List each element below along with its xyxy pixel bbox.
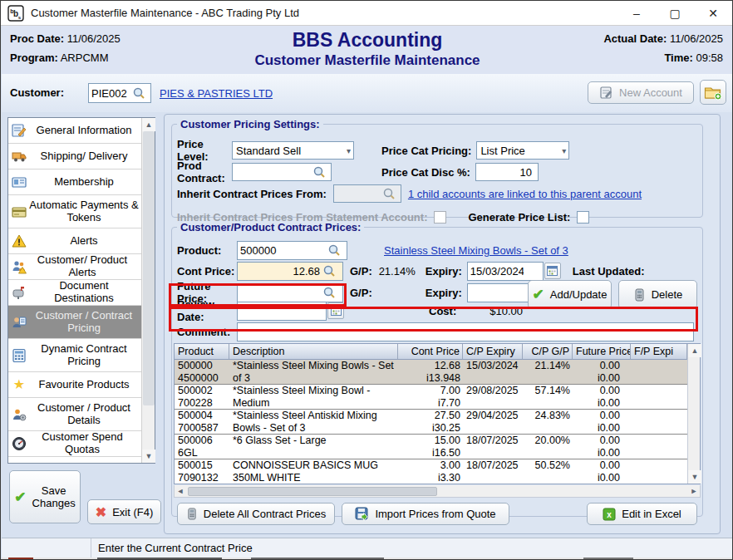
status-bar: Enter the Current Contract Price xyxy=(2,538,733,558)
scrollbar-thumb[interactable] xyxy=(143,131,155,405)
product-input[interactable] xyxy=(238,242,327,258)
col-cont-price[interactable]: Cont Price xyxy=(398,344,463,359)
exit-label: Exit (F4) xyxy=(112,506,153,518)
price-level-select[interactable]: Standard Sell ▾ xyxy=(232,141,354,160)
price-cat-disc-input[interactable] xyxy=(476,164,534,180)
person-details-icon xyxy=(12,407,27,422)
col-product[interactable]: Product xyxy=(175,344,229,359)
review-date-calendar-icon[interactable] xyxy=(327,302,344,319)
child-accounts-link[interactable]: 1 child accounts are linked to this pare… xyxy=(408,188,642,200)
sidebar-item-alerts[interactable]: Alerts xyxy=(8,228,141,254)
col-fp-expiry[interactable]: F/P Expi xyxy=(631,344,687,359)
inherit-from-search-icon[interactable] xyxy=(382,187,396,200)
sidebar-navigation: General Information Shipping/ Delivery M… xyxy=(7,117,155,464)
cost-value: $10.00 xyxy=(489,305,523,317)
sidebar-item-customer-product-alerts[interactable]: Customer/ Product Alerts xyxy=(8,254,141,280)
membership-card-icon xyxy=(12,174,27,189)
gp-label: G/P: xyxy=(350,265,372,278)
folder-add-icon xyxy=(704,84,722,101)
sidebar-item-customer-contract-pricing[interactable]: Customer / Contract Pricing xyxy=(8,306,141,339)
sidebar-item-label: Alerts xyxy=(70,235,97,248)
future-expiry-input[interactable] xyxy=(468,284,526,301)
scroll-up-arrow[interactable]: ▲ xyxy=(688,344,701,357)
prod-contract-label: Prod Contract: xyxy=(177,160,232,184)
future-expiry-label: Expiry: xyxy=(426,287,462,299)
exit-button[interactable]: ✖ Exit (F4) xyxy=(87,499,161,524)
review-date-input[interactable] xyxy=(238,302,324,319)
col-future-price[interactable]: Future Price xyxy=(573,344,631,359)
table-row[interactable]: 5000047000587 *Stainless Steel Antiskid … xyxy=(175,410,687,435)
prod-contract-search-icon[interactable] xyxy=(312,165,326,179)
col-cp-expiry[interactable]: C/P Expiry xyxy=(463,344,523,359)
app-logo-icon: b b s xyxy=(7,5,24,22)
table-row[interactable]: 5000157090132 CONNOISSEUR BASICS MUG350M… xyxy=(175,459,687,484)
scrollbar-thumb[interactable] xyxy=(188,487,437,496)
scroll-right-arrow[interactable]: ► xyxy=(688,487,700,495)
prod-contract-input[interactable] xyxy=(233,164,312,180)
sidebar-item-label: Favourite Products xyxy=(38,379,129,391)
sidebar-item-favourite-products[interactable]: ★ Favourite Products xyxy=(8,372,141,398)
delete-all-contract-prices-button[interactable]: Delete All Contract Prices xyxy=(177,503,335,525)
import-prices-from-quote-button[interactable]: Import Prices from Quote xyxy=(342,503,509,525)
sidebar-item-shipping-delivery[interactable]: Shipping/ Delivery xyxy=(8,144,141,169)
add-update-button[interactable]: ✔ Add/Update xyxy=(528,280,612,309)
edit-in-excel-button[interactable]: x Edit in Excel xyxy=(587,503,697,525)
main-content-panel: Customer Pricing Settings: Price Level: … xyxy=(164,114,721,534)
new-account-label: New Account xyxy=(619,86,682,99)
cont-price-search-icon[interactable] xyxy=(322,264,336,278)
sidebar-item-customer-product-details[interactable]: Customer / Product Details xyxy=(8,398,141,431)
save-changes-button[interactable]: ✔ SaveChanges xyxy=(9,470,81,523)
sidebar-item-general-information[interactable]: General Information xyxy=(8,118,141,144)
col-description[interactable]: Description xyxy=(229,344,398,359)
sidebar-scrollbar[interactable]: ▲ ▼ xyxy=(141,118,155,463)
add-update-label: Add/Update xyxy=(550,288,608,301)
future-price-input[interactable] xyxy=(238,284,322,301)
expiry-label: Expiry: xyxy=(426,265,462,278)
sidebar-item-membership[interactable]: Membership xyxy=(8,169,141,195)
import-quote-label: Import Prices from Quote xyxy=(375,508,495,520)
product-description-link[interactable]: Stainless Steel Mixing Bowls - Set of 3 xyxy=(384,244,568,257)
customer-code-input[interactable] xyxy=(89,85,132,101)
table-vertical-scrollbar[interactable]: ▲ ▼ xyxy=(687,344,700,484)
inherit-from-input[interactable] xyxy=(334,185,382,202)
scroll-left-arrow[interactable]: ◄ xyxy=(175,487,186,495)
open-folder-button[interactable] xyxy=(700,80,726,105)
table-row[interactable]: 5000066GL *6 Glass Set - Large 15.00i16.… xyxy=(175,435,687,459)
scroll-down-arrow[interactable]: ▼ xyxy=(688,470,701,484)
scroll-down-arrow[interactable]: ▼ xyxy=(142,449,155,463)
future-price-search-icon[interactable] xyxy=(322,286,336,299)
customer-bar: Customer: PIES & PASTRIES LTD New Accoun… xyxy=(2,74,733,112)
chevron-down-icon: ▾ xyxy=(347,146,351,155)
delete-all-label: Delete All Contract Prices xyxy=(204,508,326,520)
minimize-button[interactable]: – xyxy=(617,1,656,26)
col-cp-gp[interactable]: C/P G/P xyxy=(523,344,573,359)
price-cat-pricing-select[interactable]: List Price ▾ xyxy=(476,141,569,160)
table-horizontal-scrollbar[interactable]: ◄ ► xyxy=(174,485,701,498)
mailbox-icon xyxy=(12,285,27,300)
expiry-input[interactable] xyxy=(468,263,526,279)
review-date-label: Review Date: xyxy=(177,298,237,323)
customer-name-link[interactable]: PIES & PASTRIES LTD xyxy=(160,87,273,100)
sidebar-item-document-destinations[interactable]: Document Destinations xyxy=(8,280,141,306)
close-button[interactable]: ✕ xyxy=(694,1,732,26)
comment-input[interactable] xyxy=(238,323,690,340)
sidebar-item-label: Shipping/ Delivery xyxy=(41,150,128,163)
sidebar-item-label: Automatic Payments & Tokens xyxy=(28,199,140,224)
payment-card-icon xyxy=(12,204,27,219)
customer-search-icon[interactable] xyxy=(132,86,145,100)
svg-text:x: x xyxy=(607,510,612,519)
product-search-icon[interactable] xyxy=(327,243,341,257)
cont-price-input[interactable] xyxy=(238,263,322,279)
scroll-up-arrow[interactable]: ▲ xyxy=(142,118,155,131)
sidebar-item-customer-spend-quotas[interactable]: Customer Spend Quotas xyxy=(8,431,141,457)
table-row[interactable]: 5000004500000 *Stainless Steel Mixing Bo… xyxy=(175,360,687,385)
maximize-button[interactable]: ▢ xyxy=(656,1,694,26)
sidebar-item-automatic-payments[interactable]: Automatic Payments & Tokens xyxy=(8,195,141,228)
delete-button[interactable]: Delete xyxy=(618,280,697,309)
expiry-calendar-icon[interactable] xyxy=(544,263,561,279)
new-account-button[interactable]: New Account xyxy=(588,81,694,104)
sidebar-item-label: Document Destinations xyxy=(28,280,140,305)
table-row[interactable]: 500002700228 *Stainless Steel Mixing Bow… xyxy=(175,385,687,410)
sidebar-item-dynamic-contract-pricing[interactable]: Dynamic Contract Pricing xyxy=(8,339,141,372)
delete-all-icon xyxy=(186,508,198,520)
